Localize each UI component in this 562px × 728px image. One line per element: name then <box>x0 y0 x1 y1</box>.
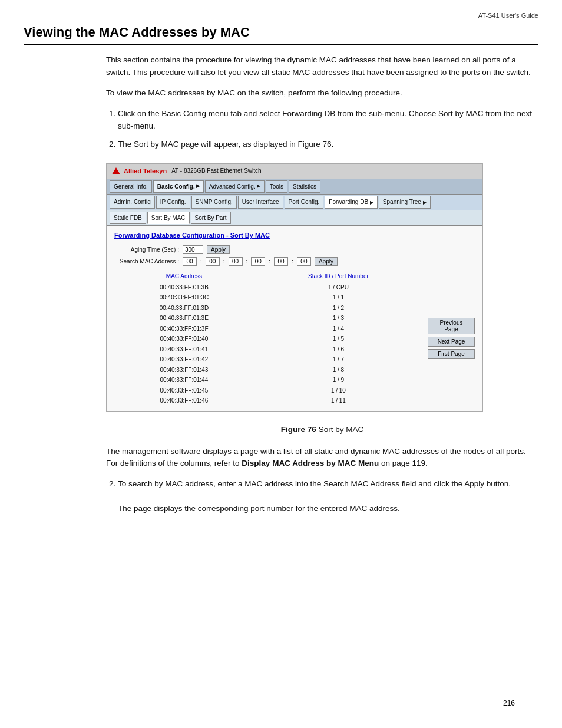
page-number: 216 <box>503 699 515 707</box>
port-number-cell: 1 / 2 <box>254 303 423 314</box>
nav-arrow-icon: ▶ <box>423 200 427 205</box>
next-page-button[interactable]: Next Page <box>428 337 475 347</box>
step-2-item: The Sort by MAC page will appear, as dis… <box>118 139 538 151</box>
previous-page-button[interactable]: Previous Page <box>428 318 475 334</box>
switch-ui: Allied Telesyn AT - 8326GB Fast Ethernet… <box>107 164 482 411</box>
aging-time-label: Aging Time (Sec) : <box>114 245 179 255</box>
figure-76: Allied Telesyn AT - 8326GB Fast Ethernet… <box>106 163 483 412</box>
sub-nav-snmp-config[interactable]: SNMP Config. <box>191 196 237 209</box>
port-number-cell: 1 / 4 <box>254 324 423 334</box>
step2-sub: The page displays the corresponding port… <box>118 504 400 513</box>
mac-octet-1[interactable] <box>183 257 197 266</box>
model-text: AT - 8326GB Fast Ethernet Switch <box>171 166 261 176</box>
instruction-intro: To view the MAC addresses by MAC on the … <box>106 87 538 100</box>
switch-logo: Allied Telesyn <box>112 166 167 176</box>
logo-text: Allied Telesyn <box>124 166 167 176</box>
guide-title: AT-S41 User's Guide <box>478 12 538 19</box>
step-2: To search by MAC address, enter a MAC ad… <box>118 478 538 515</box>
nav-arrow-icon: ▶ <box>370 200 373 205</box>
steps-list-2: To search by MAC address, enter a MAC ad… <box>118 478 538 515</box>
mac-address-cell: 00:40:33:FF:01:3C <box>114 292 254 303</box>
mac-address-cell: 00:40:33:FF:01:3B <box>114 282 254 293</box>
port-number-cell: 1 / 7 <box>254 354 423 365</box>
mac-octet-6[interactable] <box>297 257 311 266</box>
table-row: 00:40:33:FF:01:3D1 / 2 <box>114 303 423 314</box>
body-text-area: This section contains the procedure for … <box>106 54 538 515</box>
mac-octet-5[interactable] <box>274 257 288 266</box>
nav-statistics[interactable]: Statistics <box>289 180 320 193</box>
tertiary-sort-by-mac[interactable]: Sort By MAC <box>147 212 190 225</box>
figure-label: Figure 76 <box>281 425 316 434</box>
table-row: 00:40:33:FF:01:3F1 / 4 <box>114 324 423 334</box>
table-row: 00:40:33:FF:01:3C1 / 1 <box>114 292 423 303</box>
mac-address-cell: 00:40:33:FF:01:42 <box>114 354 254 365</box>
port-number-cell: 1 / CPU <box>254 282 423 293</box>
post-figure-end: on page 119. <box>379 459 428 467</box>
tertiary-sort-by-part[interactable]: Sort By Part <box>191 212 231 225</box>
aging-time-row: Aging Time (Sec) : Apply <box>114 245 475 255</box>
content-title: Forwarding Database Configuration - Sort… <box>114 230 475 241</box>
table-buttons: Previous Page Next Page First Page <box>428 271 475 406</box>
mac-address-cell: 00:40:33:FF:01:3D <box>114 303 254 314</box>
main-nav: General Info. Basic Config. ▶ Advanced C… <box>107 179 482 195</box>
sub-nav: Admin. Config IP Config. SNMP Config. Us… <box>107 195 482 210</box>
port-number-cell: 1 / 1 <box>254 292 423 303</box>
mac-address-table: MAC Address Stack ID / Port Number 00:40… <box>114 271 423 406</box>
mac-address-cell: 00:40:33:FF:01:46 <box>114 396 254 406</box>
intro-paragraph: This section contains the procedure for … <box>106 54 538 79</box>
figure-subtitle: Sort by MAC <box>319 425 364 434</box>
aging-time-apply-button[interactable]: Apply <box>207 245 230 254</box>
nav-general-info[interactable]: General Info. <box>110 180 152 193</box>
port-number-cell: 1 / 8 <box>254 365 423 375</box>
step-1: Click on the Basic Config menu tab and s… <box>118 108 538 133</box>
col-header-port: Stack ID / Port Number <box>254 271 423 282</box>
sub-nav-admin-config[interactable]: Admin. Config <box>110 196 155 209</box>
port-number-cell: 1 / 10 <box>254 386 423 396</box>
col-header-mac: MAC Address <box>114 271 254 282</box>
table-section: MAC Address Stack ID / Port Number 00:40… <box>114 271 475 406</box>
table-row: 00:40:33:FF:01:401 / 5 <box>114 334 423 344</box>
mac-octet-2[interactable] <box>206 257 220 266</box>
table-row: 00:40:33:FF:01:431 / 8 <box>114 365 423 375</box>
post-figure-paragraph: The management software displays a page … <box>106 446 538 470</box>
nav-tools[interactable]: Tools <box>266 180 287 193</box>
logo-triangle-icon <box>112 167 120 174</box>
table-row: 00:40:33:FF:01:451 / 10 <box>114 386 423 396</box>
mac-table: MAC Address Stack ID / Port Number 00:40… <box>114 271 423 406</box>
aging-time-input[interactable] <box>183 245 203 254</box>
search-mac-apply-button[interactable]: Apply <box>315 257 338 266</box>
mac-address-cell: 00:40:33:FF:01:3F <box>114 324 254 334</box>
switch-header: Allied Telesyn AT - 8326GB Fast Ethernet… <box>107 164 482 179</box>
sub-nav-user-interface[interactable]: User Interface <box>238 196 283 209</box>
sub-nav-ip-config[interactable]: IP Config. <box>156 196 190 209</box>
post-figure-bold: Display MAC Address by MAC Menu <box>242 459 379 467</box>
nav-advanced-config[interactable]: Advanced Config. ▶ <box>205 180 265 193</box>
search-mac-label: Search MAC Address : <box>114 257 179 266</box>
mac-octet-4[interactable] <box>251 257 265 266</box>
mac-address-cell: 00:40:33:FF:01:3E <box>114 313 254 324</box>
mac-address-cell: 00:40:33:FF:01:44 <box>114 375 254 386</box>
sub-nav-port-config[interactable]: Port Config. <box>285 196 324 209</box>
mac-address-cell: 00:40:33:FF:01:40 <box>114 334 254 344</box>
mac-address-cell: 00:40:33:FF:01:41 <box>114 344 254 355</box>
port-number-cell: 1 / 9 <box>254 375 423 386</box>
port-number-cell: 1 / 11 <box>254 396 423 406</box>
table-row: 00:40:33:FF:01:411 / 6 <box>114 344 423 355</box>
page-header: AT-S41 User's Guide <box>24 12 538 19</box>
nav-arrow-icon: ▶ <box>196 183 200 190</box>
mac-address-cell: 00:40:33:FF:01:45 <box>114 386 254 396</box>
table-row: 00:40:33:FF:01:3B1 / CPU <box>114 282 423 293</box>
mac-octet-3[interactable] <box>229 257 243 266</box>
page-title: Viewing the MAC Addresses by MAC <box>24 25 538 45</box>
figure-caption: Figure 76 Sort by MAC <box>106 424 538 436</box>
nav-basic-config[interactable]: Basic Config. ▶ <box>153 180 204 193</box>
table-row: 00:40:33:FF:01:3E1 / 3 <box>114 313 423 324</box>
table-row: 00:40:33:FF:01:461 / 11 <box>114 396 423 406</box>
tertiary-static-fdb[interactable]: Static FDB <box>110 212 146 225</box>
sub-nav-spanning-tree[interactable]: Spanning Tree ▶ <box>379 196 431 209</box>
content-area: Forwarding Database Configuration - Sort… <box>107 226 482 411</box>
sub-nav-forwarding-db[interactable]: Forwarding DB ▶ <box>325 196 377 209</box>
table-row: 00:40:33:FF:01:421 / 7 <box>114 354 423 365</box>
first-page-button[interactable]: First Page <box>428 349 475 359</box>
steps-list: Click on the Basic Config menu tab and s… <box>118 108 538 151</box>
